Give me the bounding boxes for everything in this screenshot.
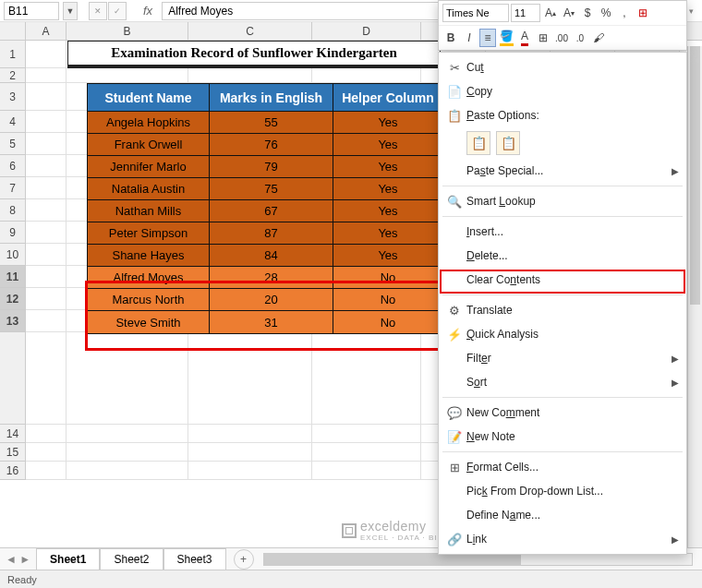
paste-option-icon[interactable]: 📋 <box>466 131 490 155</box>
row-header-16[interactable]: 16 <box>0 462 26 480</box>
border-icon[interactable]: ⊞ <box>535 29 551 47</box>
add-sheet-button[interactable]: + <box>234 549 254 570</box>
fill-color-icon[interactable]: 🪣 <box>498 29 514 47</box>
paste-option-icon[interactable]: 📋 <box>496 131 520 155</box>
table-row[interactable]: Frank Orwell76Yes <box>88 134 442 156</box>
row-header-13[interactable]: 13 <box>0 310 26 332</box>
column-header-D[interactable]: D <box>312 22 421 40</box>
bold-icon[interactable]: B <box>442 29 459 47</box>
table-cell[interactable]: Yes <box>333 178 442 199</box>
table-cell[interactable]: 79 <box>210 156 333 177</box>
decrease-font-icon[interactable]: A▾ <box>561 4 577 22</box>
table-cell[interactable]: 28 <box>210 267 333 288</box>
name-box-dropdown[interactable]: ▼ <box>63 2 78 20</box>
table-row[interactable]: Shane Hayes84Yes <box>88 245 442 267</box>
menu-item-filter[interactable]: Filter▶ <box>439 346 686 370</box>
menu-item-insert-[interactable]: Insert... <box>439 220 686 244</box>
increase-font-icon[interactable]: A▴ <box>542 4 559 22</box>
table-cell[interactable]: Peter Simpson <box>88 222 210 244</box>
increase-decimal-icon[interactable]: .00 <box>553 29 570 47</box>
table-row[interactable]: Steve Smith31No <box>88 311 442 333</box>
table-cell[interactable]: 55 <box>210 112 333 133</box>
table-cell[interactable]: Angela Hopkins <box>88 112 210 133</box>
menu-item-pick-from-drop-down-list-[interactable]: Pick From Drop-down List... <box>439 479 686 503</box>
menu-item-clear-contents[interactable]: Clear Contents <box>439 268 686 292</box>
menu-item-link[interactable]: 🔗Link▶ <box>439 527 686 551</box>
table-cell[interactable]: No <box>333 267 442 288</box>
table-cell[interactable]: Yes <box>333 245 442 266</box>
table-cell[interactable]: 20 <box>210 289 333 310</box>
table-cell[interactable]: 76 <box>210 134 333 155</box>
vertical-scrollbar[interactable] <box>687 46 702 547</box>
font-size-select[interactable] <box>511 4 540 22</box>
row-header-15[interactable]: 15 <box>0 443 26 462</box>
menu-item-smart-lookup[interactable]: 🔍Smart Lookup <box>439 189 686 213</box>
row-header-11[interactable]: 11 <box>0 266 26 288</box>
menu-item-paste-special-[interactable]: Paste Special...▶ <box>439 159 686 183</box>
table-cell[interactable]: Yes <box>333 156 442 177</box>
menu-item-define-name-[interactable]: Define Name... <box>439 503 686 527</box>
table-cell[interactable]: Marcus North <box>88 289 210 310</box>
table-cell[interactable]: Yes <box>333 200 442 222</box>
row-header-8[interactable]: 8 <box>0 199 26 222</box>
menu-item-cut[interactable]: ✂Cut <box>439 55 686 79</box>
font-select[interactable] <box>442 4 509 22</box>
conditional-format-icon[interactable]: ⊞ <box>635 4 651 22</box>
menu-item-translate[interactable]: ⚙Translate <box>439 298 686 322</box>
table-row[interactable]: Marcus North20No <box>88 289 442 311</box>
table-cell[interactable]: Nathan Mills <box>88 200 210 222</box>
fx-label[interactable]: fx <box>143 4 152 18</box>
sheet-nav[interactable]: ◄ ► <box>0 553 36 566</box>
row-header-2[interactable]: 2 <box>0 68 26 83</box>
row-header-[interactable] <box>0 332 26 425</box>
menu-item-paste-options-[interactable]: 📋Paste Options: <box>439 103 686 127</box>
table-row[interactable]: Alfred Moyes28No <box>88 267 442 289</box>
sheet-tab-sheet3[interactable]: Sheet3 <box>163 548 226 571</box>
menu-item-delete-[interactable]: Delete... <box>439 244 686 268</box>
align-icon[interactable]: ≡ <box>479 29 496 47</box>
table-cell[interactable]: Yes <box>333 134 442 155</box>
currency-icon[interactable]: $ <box>579 4 596 22</box>
menu-item-copy[interactable]: 📄Copy <box>439 79 686 103</box>
row-header-7[interactable]: 7 <box>0 177 26 199</box>
font-color-icon[interactable]: A <box>516 29 533 47</box>
table-cell[interactable]: 31 <box>210 311 333 333</box>
menu-item-format-cells-[interactable]: ⊞Format Cells... <box>439 455 686 479</box>
table-cell[interactable]: 75 <box>210 178 333 199</box>
row-header-6[interactable]: 6 <box>0 155 26 177</box>
table-cell[interactable]: Frank Orwell <box>88 134 210 155</box>
row-header-14[interactable]: 14 <box>0 425 26 443</box>
sheet-tab-sheet2[interactable]: Sheet2 <box>100 548 163 571</box>
decrease-decimal-icon[interactable]: .0 <box>572 29 588 47</box>
table-cell[interactable]: Alfred Moyes <box>88 267 210 288</box>
table-cell[interactable]: Shane Hayes <box>88 245 210 266</box>
table-cell[interactable]: 84 <box>210 245 333 266</box>
table-cell[interactable]: Jennifer Marlo <box>88 156 210 177</box>
menu-item-new-note[interactable]: 📝New Note <box>439 425 686 449</box>
sheet-tab-sheet1[interactable]: Sheet1 <box>36 548 100 571</box>
percent-icon[interactable]: % <box>598 4 614 22</box>
row-header-4[interactable]: 4 <box>0 111 26 133</box>
row-header-10[interactable]: 10 <box>0 244 26 266</box>
table-row[interactable]: Peter Simpson87Yes <box>88 222 442 245</box>
table-row[interactable]: Jennifer Marlo79Yes <box>88 156 442 178</box>
column-header-C[interactable]: C <box>188 22 312 40</box>
table-cell[interactable]: Natalia Austin <box>88 178 210 199</box>
table-row[interactable]: Angela Hopkins55Yes <box>88 112 442 134</box>
name-box[interactable]: B11 <box>4 2 59 20</box>
row-header-3[interactable]: 3 <box>0 83 26 111</box>
menu-item-quick-analysis[interactable]: ⚡Quick Analysis <box>439 322 686 346</box>
comma-icon[interactable]: , <box>616 4 633 22</box>
row-header-12[interactable]: 12 <box>0 288 26 310</box>
row-header-9[interactable]: 9 <box>0 222 26 244</box>
menu-item-sort[interactable]: Sort▶ <box>439 370 686 394</box>
row-header-1[interactable]: 1 <box>0 41 26 68</box>
table-cell[interactable]: No <box>333 311 442 333</box>
table-cell[interactable]: Yes <box>333 222 442 244</box>
menu-item-new-comment[interactable]: 💬New Comment <box>439 401 686 425</box>
table-cell[interactable]: Steve Smith <box>88 311 210 333</box>
table-row[interactable]: Natalia Austin75Yes <box>88 178 442 200</box>
row-header-5[interactable]: 5 <box>0 133 26 155</box>
table-cell[interactable]: 87 <box>210 222 333 244</box>
format-painter-icon[interactable]: 🖌 <box>590 29 607 47</box>
